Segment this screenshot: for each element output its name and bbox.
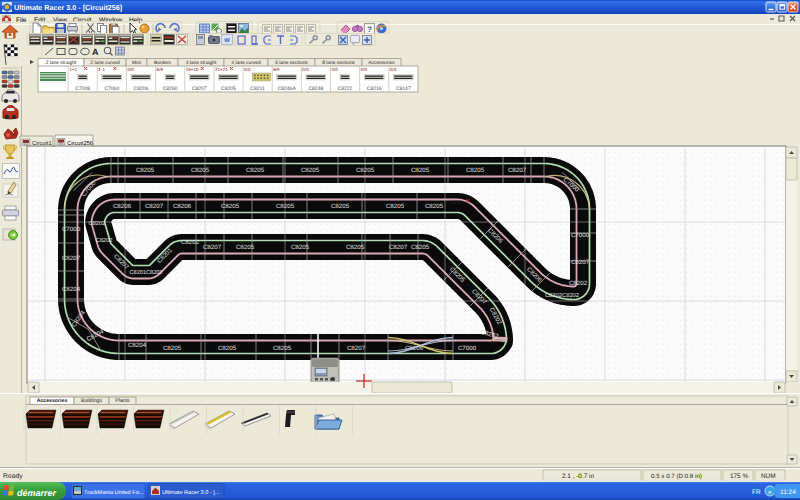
- svg-text:TrackMania United Fo...: TrackMania United Fo...: [84, 489, 144, 496]
- svg-text:C8202: C8202: [181, 239, 200, 246]
- svg-text:C8207: C8207: [571, 259, 590, 266]
- svg-text:C8205: C8205: [331, 203, 350, 210]
- svg-text:A: A: [92, 47, 99, 57]
- svg-text:C8205: C8205: [291, 244, 310, 251]
- svg-text:11:24: 11:24: [780, 489, 796, 496]
- svg-text:Edit: Edit: [34, 17, 45, 24]
- svg-text:C7000: C7000: [62, 226, 81, 233]
- svg-text:File: File: [16, 17, 27, 24]
- svg-text:Accessories: Accessories: [37, 398, 68, 404]
- svg-text:C8202: C8202: [569, 280, 588, 287]
- svg-text:C8205: C8205: [386, 203, 405, 210]
- svg-text:C8205: C8205: [191, 167, 210, 174]
- svg-text:C8205: C8205: [346, 244, 365, 251]
- svg-text:Circuit: Circuit: [73, 17, 92, 24]
- svg-text:8 lane sections: 8 lane sections: [322, 60, 355, 66]
- svg-text:Ultimate Racer 3.0 - [...: Ultimate Racer 3.0 - [...: [162, 489, 220, 496]
- svg-text:C8201C8202: C8201C8202: [130, 270, 163, 276]
- svg-text:NUM: NUM: [761, 473, 776, 480]
- svg-text:0/0: 0/0: [244, 67, 251, 72]
- svg-text:C8211: C8211: [250, 86, 265, 92]
- svg-text:C7008: C7008: [75, 86, 90, 92]
- svg-text:C8205: C8205: [411, 244, 430, 251]
- svg-text:16+10: 16+10: [186, 67, 199, 72]
- svg-text:1+1: 1+1: [69, 67, 77, 72]
- svg-text:C8205: C8205: [273, 345, 292, 352]
- svg-text:2.1 , -0.7 in: 2.1 , -0.7 in: [562, 473, 594, 480]
- svg-text:C8206: C8206: [113, 203, 132, 210]
- svg-text:C8216: C8216: [367, 86, 382, 92]
- svg-text:Window: Window: [99, 17, 122, 24]
- svg-text:0/0: 0/0: [127, 67, 134, 72]
- svg-text:C8206: C8206: [134, 86, 149, 92]
- svg-text:175 %: 175 %: [730, 473, 748, 480]
- svg-text:Borders: Borders: [154, 60, 172, 66]
- svg-text:C8207: C8207: [508, 167, 527, 174]
- svg-text:Plants: Plants: [115, 398, 130, 404]
- svg-text:C8222: C8222: [338, 86, 353, 92]
- svg-text:8/9: 8/9: [273, 67, 280, 72]
- svg-text:0/0: 0/0: [361, 67, 368, 72]
- svg-text:8/9: 8/9: [157, 67, 164, 72]
- svg-text:View: View: [53, 17, 67, 24]
- svg-text:2 lane curved: 2 lane curved: [90, 60, 120, 66]
- svg-text:C8205: C8205: [301, 167, 320, 174]
- svg-text:C8205: C8205: [163, 345, 182, 352]
- svg-text:C8246A: C8246A: [278, 86, 297, 92]
- svg-text:C8207: C8207: [145, 203, 164, 210]
- svg-text:C8205: C8205: [466, 167, 485, 174]
- svg-text:21+21: 21+21: [215, 67, 228, 72]
- svg-text:C8207: C8207: [347, 345, 366, 352]
- svg-text:FR: FR: [752, 489, 761, 496]
- svg-text:Buildings: Buildings: [81, 398, 102, 404]
- svg-text:C8205: C8205: [425, 203, 444, 210]
- svg-text:C8204: C8204: [62, 286, 81, 293]
- svg-text:C8205: C8205: [246, 167, 265, 174]
- svg-text:4 lane curved: 4 lane curved: [231, 60, 261, 66]
- svg-text:0/0: 0/0: [302, 67, 309, 72]
- svg-text:6 lane sections: 6 lane sections: [275, 60, 308, 66]
- svg-text:C8205: C8205: [236, 244, 255, 251]
- svg-text:C8207: C8207: [389, 244, 408, 251]
- svg-text:C8207: C8207: [203, 244, 222, 251]
- svg-text:0/0: 0/0: [390, 67, 397, 72]
- svg-text:?: ?: [367, 25, 372, 34]
- svg-text:Accessories: Accessories: [368, 60, 395, 66]
- svg-text:Help: Help: [129, 17, 143, 24]
- svg-text:w: w: [223, 37, 230, 44]
- svg-text:C8205: C8205: [411, 167, 430, 174]
- svg-text:C7060: C7060: [104, 86, 119, 92]
- svg-text:C8202: C8202: [95, 237, 112, 244]
- svg-text:C8205: C8205: [218, 345, 237, 352]
- svg-text:0.5 x 0.7 (D:0.8 in): 0.5 x 0.7 (D:0.8 in): [651, 473, 702, 480]
- svg-text:C8205: C8205: [221, 86, 236, 92]
- svg-text:C8206: C8206: [173, 203, 192, 210]
- svg-text:C8207: C8207: [192, 86, 207, 92]
- svg-text:Circuit256: Circuit256: [67, 140, 93, 147]
- svg-text:C7000: C7000: [571, 232, 590, 239]
- svg-text:12/12: 12/12: [450, 200, 463, 206]
- svg-text:C8202C8202: C8202C8202: [545, 292, 579, 299]
- svg-text:C8248: C8248: [308, 86, 323, 92]
- svg-text:C8207: C8207: [62, 255, 81, 262]
- svg-text:Ultimate Racer 3.0 - [Circuit2: Ultimate Racer 3.0 - [Circuit256]: [14, 3, 122, 12]
- svg-text:C8205: C8205: [136, 167, 155, 174]
- svg-text:Circuit1: Circuit1: [32, 140, 52, 147]
- svg-text:Mini: Mini: [132, 60, 141, 66]
- svg-text:C8260: C8260: [163, 86, 178, 92]
- svg-text:C8205: C8205: [221, 203, 240, 210]
- svg-text:Ready: Ready: [3, 473, 23, 480]
- svg-text:démarrer: démarrer: [17, 488, 57, 498]
- svg-text:C8204: C8204: [128, 342, 147, 349]
- svg-text:C7000: C7000: [458, 345, 477, 352]
- svg-text:2 lane straight: 2 lane straight: [46, 60, 77, 66]
- svg-text:C8202: C8202: [88, 220, 105, 227]
- svg-text:0/0: 0/0: [332, 67, 339, 72]
- svg-text:C8147: C8147: [396, 86, 411, 92]
- svg-text:4 lane straight: 4 lane straight: [186, 60, 217, 66]
- svg-text:1-1: 1-1: [98, 67, 105, 72]
